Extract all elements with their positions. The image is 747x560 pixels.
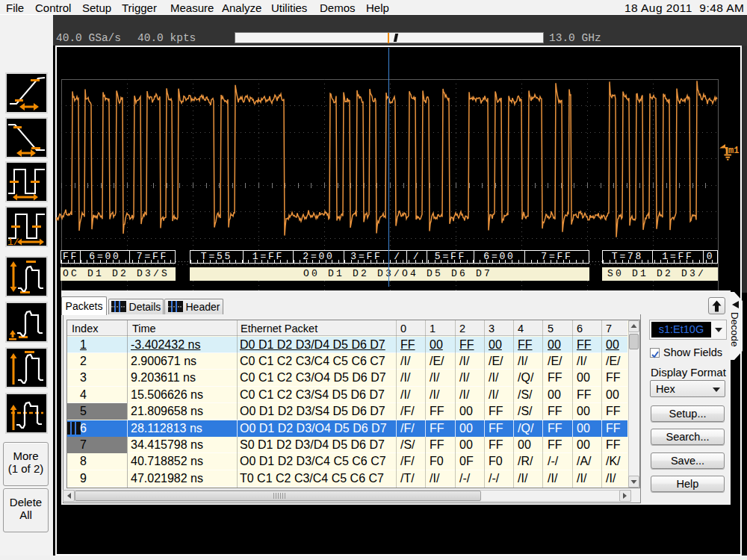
- svg-text:1/: 1/: [7, 237, 19, 246]
- svg-text:m1: m1: [728, 146, 739, 156]
